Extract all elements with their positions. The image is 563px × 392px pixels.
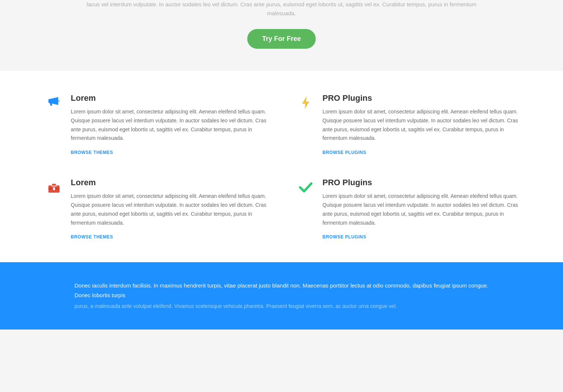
feature-title-4: PRO Plugins: [322, 178, 518, 187]
svg-marker-2: [302, 96, 309, 109]
feature-item-3: Lorem Lorem ipsum dolor sit amet, consec…: [45, 178, 267, 240]
footer-main-text: Donec iaculis interdum facilisis. In max…: [74, 281, 489, 300]
feature-description-1: Lorem ipsum dolor sit amet, consectetur …: [71, 107, 267, 143]
browse-plugins-link-2[interactable]: BROWSE PLUGINS: [322, 234, 366, 240]
svg-rect-4: [52, 184, 56, 186]
browse-themes-link-2[interactable]: BROWSE THEMES: [71, 234, 113, 240]
feature-item-4: PRO Plugins Lorem ipsum dolor sit amet, …: [296, 178, 518, 240]
feature-title-1: Lorem: [71, 93, 267, 103]
features-section: Lorem Lorem ipsum dolor sit amet, consec…: [0, 71, 563, 262]
feature-content-2: PRO Plugins Lorem ipsum dolor sit amet, …: [322, 93, 518, 155]
briefcase-icon: [45, 178, 63, 196]
footer-section: Donec iaculis interdum facilisis. In max…: [0, 262, 563, 330]
svg-point-1: [58, 100, 60, 102]
try-for-free-button[interactable]: Try For Free: [247, 29, 316, 49]
footer-sub-text: purus, a malesuada ante volutpat eleifen…: [74, 302, 489, 311]
top-paragraph: lacus vel interdum vulputate. In auctor …: [74, 0, 489, 18]
feature-content-1: Lorem Lorem ipsum dolor sit amet, consec…: [71, 93, 267, 155]
megaphone-icon: [45, 93, 63, 112]
feature-title-3: Lorem: [71, 178, 267, 187]
feature-content-4: PRO Plugins Lorem ipsum dolor sit amet, …: [322, 178, 518, 240]
browse-plugins-link-1[interactable]: BROWSE PLUGINS: [322, 150, 366, 155]
checkmark-icon: [296, 178, 315, 196]
features-grid: Lorem Lorem ipsum dolor sit amet, consec…: [45, 93, 518, 240]
feature-description-3: Lorem ipsum dolor sit amet, consectetur …: [71, 192, 267, 227]
top-section: lacus vel interdum vulputate. In auctor …: [0, 0, 563, 71]
feature-item-2: PRO Plugins Lorem ipsum dolor sit amet, …: [296, 93, 518, 155]
feature-content-3: Lorem Lorem ipsum dolor sit amet, consec…: [71, 178, 267, 240]
browse-themes-link-1[interactable]: BROWSE THEMES: [71, 150, 113, 155]
svg-rect-0: [48, 99, 51, 103]
feature-description-2: Lorem ipsum dolor sit amet, consectetur …: [322, 107, 518, 143]
feature-title-2: PRO Plugins: [322, 93, 518, 103]
feature-description-4: Lorem ipsum dolor sit amet, consectetur …: [322, 192, 518, 227]
feature-item-1: Lorem Lorem ipsum dolor sit amet, consec…: [45, 93, 267, 155]
svg-rect-6: [53, 187, 55, 190]
bolt-icon: [296, 93, 315, 112]
